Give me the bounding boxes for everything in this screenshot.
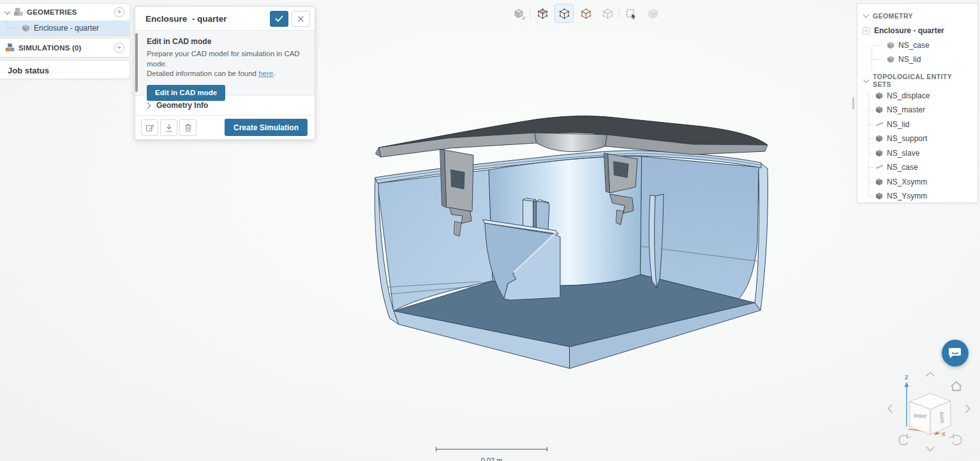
geometries-label: GEOMETRIES (27, 8, 114, 16)
selection-toolbar (508, 3, 664, 24)
topo-item-label: NS_lid (887, 120, 909, 129)
geometries-icon (13, 8, 23, 17)
topo-item-ns_master[interactable]: NS_master (858, 103, 977, 117)
tree-connector (868, 96, 873, 96)
edge-select-icon (558, 8, 570, 20)
tree-root-enclosure-quarter[interactable]: − Enclosure - quarter (858, 24, 977, 38)
tree-root-label: Enclosure - quarter (874, 26, 944, 35)
toolbar-box-select-button[interactable] (620, 3, 642, 24)
topo-item-ns_displace[interactable]: NS_displace (858, 89, 977, 103)
geometry-section-header[interactable]: GEOMETRY (858, 8, 977, 24)
volume-select-icon (513, 8, 525, 20)
panel-scrollbar[interactable] (135, 33, 138, 92)
toolbar-face-select-button[interactable] (531, 3, 553, 24)
apply-button[interactable] (270, 11, 288, 27)
face-set-icon (875, 121, 883, 128)
simulations-panel: SIMULATIONS (0) + (0, 38, 130, 57)
rotate-up-button[interactable] (926, 372, 934, 376)
topo-item-ns_slave[interactable]: NS_slave (858, 146, 977, 161)
scene-tree-panel: GEOMETRY − Enclosure - quarter NS_case N… (857, 3, 978, 203)
sidebar-item-enclosure-quarter[interactable]: Enclosure - quarter (0, 20, 130, 36)
topo-entity-list: NS_displaceNS_masterNS_lidNS_supportNS_s… (858, 89, 977, 204)
nav-cube[interactable]: RIGHT BACK (910, 393, 951, 435)
topo-item-ns_case[interactable]: NS_case (858, 160, 977, 175)
download-button[interactable] (160, 119, 177, 136)
rotate-right-button[interactable] (966, 405, 970, 412)
topo-item-label: NS_support (887, 134, 927, 143)
cube-icon (875, 192, 883, 200)
roll-ccw-button[interactable] (899, 434, 910, 445)
here-link[interactable]: here (258, 70, 273, 77)
toolbar-volume-select-button[interactable] (508, 3, 530, 24)
topo-item-ns_support[interactable]: NS_support (858, 132, 977, 146)
collapse-icon[interactable]: − (863, 27, 870, 34)
topo-item-label: NS_slave (887, 149, 919, 158)
topological-entity-sets-header[interactable]: TOPOLOGICAL ENTITY SETS (858, 73, 977, 89)
toolbar-edge-select-button[interactable] (553, 3, 575, 24)
edit-cad-heading: Edit in CAD mode (147, 37, 306, 46)
rotate-down-button[interactable] (926, 447, 934, 451)
topo-item-label: NS_master (887, 105, 925, 114)
topo-item-label: NS_Xsymm (887, 178, 927, 186)
toolbar-separator (530, 7, 531, 20)
channel-boss[interactable] (523, 199, 549, 231)
topo-item-ns_lid[interactable]: NS_lid (858, 117, 977, 132)
roll-cw-button[interactable] (950, 434, 961, 445)
home-view-button[interactable] (951, 382, 961, 391)
chevron-down-icon (863, 11, 870, 18)
axis-x-label: X (942, 431, 946, 437)
toolbar-vertex-select-button[interactable] (575, 3, 597, 24)
simulations-icon (5, 43, 15, 52)
rotate-left-button[interactable] (888, 405, 892, 412)
chevron-down-icon[interactable] (4, 8, 11, 15)
chevron-right-icon (145, 102, 151, 109)
body-select-icon (602, 8, 614, 20)
vertex-select-icon (580, 8, 592, 20)
add-geometry-button[interactable]: + (114, 7, 124, 17)
tree-item-ns-case[interactable]: NS_case (858, 38, 977, 53)
geometry-header-label: GEOMETRY (873, 12, 913, 20)
trash-icon (184, 123, 193, 132)
tree-item-ns-lid[interactable]: NS_lid (858, 52, 977, 67)
topo-header-label: TOPOLOGICAL ENTITY SETS (873, 73, 971, 88)
nav-cube-left-face-label: RIGHT (914, 413, 927, 418)
entity-visibility-icon (647, 8, 659, 20)
sidebar-item-geometries[interactable]: GEOMETRIES + (0, 4, 130, 20)
edit-cad-section: Edit in CAD mode Prepare your CAD model … (135, 30, 315, 95)
toolbar-body-select-button[interactable] (597, 3, 618, 24)
chat-support-button[interactable] (942, 340, 969, 367)
geometry-item-icon (22, 24, 30, 32)
tree-connector (872, 59, 882, 60)
topo-item-label: NS_Ysymm (887, 192, 927, 200)
sidebar-item-simulations[interactable]: SIMULATIONS (0) + (0, 39, 130, 57)
active-tool-highlight (554, 4, 574, 23)
delete-button[interactable] (179, 119, 197, 136)
edit-pencil-icon (145, 123, 154, 132)
view-navigation-widget: Z X Y RIGHT BACK (882, 367, 977, 461)
lid[interactable] (376, 116, 768, 157)
tree-connector (868, 182, 873, 183)
check-icon (275, 15, 283, 22)
download-icon (165, 123, 174, 132)
add-simulation-button[interactable]: + (114, 43, 124, 53)
toolbar-entity-visibility-button[interactable] (642, 3, 664, 24)
cube-icon (875, 149, 883, 157)
geometry-detail-panel: Enclosure - quarter Edit in CAD mode Pre… (135, 6, 315, 140)
create-simulation-button[interactable]: Create Simulation (225, 119, 308, 136)
face-select-icon (537, 8, 549, 20)
rename-button[interactable] (141, 119, 158, 136)
detail-panel-title: Enclosure - quarter (145, 14, 267, 24)
geometries-panel: GEOMETRIES + Enclosure - quarter (0, 3, 130, 36)
job-status-panel[interactable]: Job status (0, 60, 130, 79)
edit-in-cad-mode-button[interactable]: Edit in CAD mode (147, 85, 225, 101)
topo-item-ns_ysymm[interactable]: NS_Ysymm (858, 189, 977, 204)
tree-connector (868, 139, 873, 139)
topo-item-ns_xsymm[interactable]: NS_Xsymm (858, 175, 977, 190)
cube-icon (887, 56, 895, 63)
cube-icon (887, 42, 895, 49)
close-button[interactable] (292, 11, 310, 27)
viewport-scrollbar-thumb[interactable] (852, 97, 854, 109)
geometry-item-label: Enclosure - quarter (34, 24, 124, 33)
chevron-down-icon (863, 77, 870, 83)
toolbar-separator (619, 7, 620, 20)
